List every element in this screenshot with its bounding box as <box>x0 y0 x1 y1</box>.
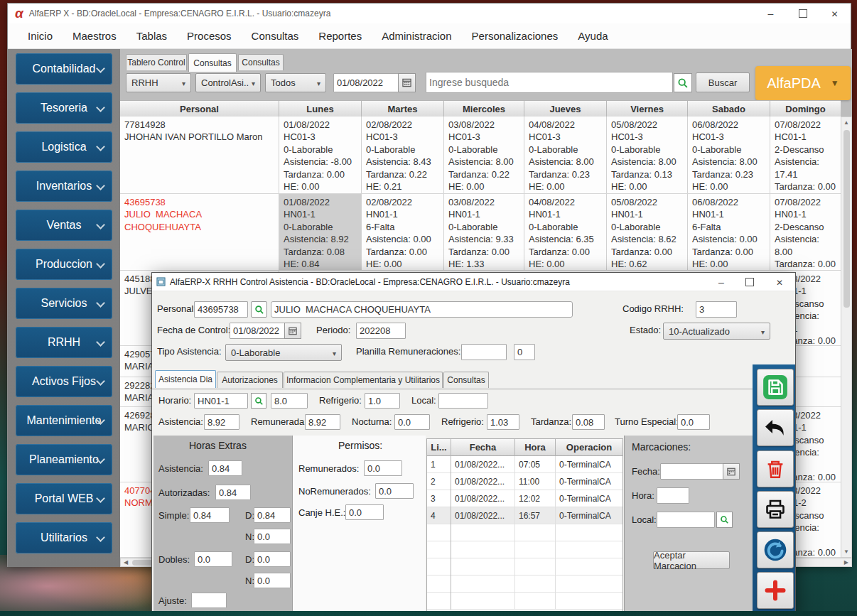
grid-cell[interactable]: 3 <box>427 490 451 507</box>
periodo-input[interactable] <box>356 323 406 339</box>
planilla-input[interactable] <box>461 344 507 360</box>
vertical-scrollbar[interactable]: ▲ ▼ <box>841 117 852 558</box>
table-cell-day[interactable]: 07/08/2022 HC01-1 2-Descanso Asistencia:… <box>770 117 841 193</box>
scroll-left-arrow[interactable]: ◀ <box>124 559 128 566</box>
table-cell-day[interactable]: 01/08/2022 HC01-3 0-Laborable Asistencia… <box>279 117 362 193</box>
grid-row-selected[interactable]: 4 01/08/2022... 16:57 0-TerminalCA <box>427 507 622 524</box>
tab-tablero-control[interactable]: Tablero Control <box>126 54 187 70</box>
marcacion-local-input[interactable] <box>657 512 715 528</box>
table-cell-day[interactable]: 03/08/2022 HN01-1 0-Laborable Asistencia… <box>444 194 524 270</box>
table-cell-day[interactable]: 06/08/2022 HC01-3 0-Laborable Asistencia… <box>688 117 770 193</box>
table-cell-day[interactable]: 05/08/2022 HN01-1 0-Laborable Asistencia… <box>607 194 688 270</box>
scrollbar-thumb[interactable] <box>843 130 850 308</box>
he-n1-input[interactable] <box>254 529 291 544</box>
marcacion-hora-input[interactable] <box>657 487 689 504</box>
he-n2-input[interactable] <box>254 573 291 588</box>
turno-especial-input[interactable] <box>677 414 710 430</box>
aceptar-marcacion-button[interactable]: Aceptar Marcacion <box>653 551 730 569</box>
grid-row-empty[interactable] <box>427 524 622 541</box>
grid-cell[interactable]: 01/08/2022... <box>451 473 515 490</box>
menu-item-maestros[interactable]: Maestros <box>63 23 126 49</box>
table-cell-day[interactable]: 02/08/2022 HN01-1 6-Falta Asistencia: 0.… <box>362 194 444 270</box>
sidebar-item-contabilidad[interactable]: Contabilidad <box>16 53 112 85</box>
table-cell-personal[interactable]: 77814928 JHOHAN IVAN PORTILLO Maron <box>120 117 279 193</box>
tab-consultas[interactable]: Consultas <box>443 372 489 388</box>
grid-cell[interactable]: 0-TerminalCA <box>556 456 622 473</box>
date-picker-button[interactable] <box>398 73 416 92</box>
fecha-control-input[interactable] <box>230 323 285 339</box>
sidebar-item-utilitarios[interactable]: Utilitarios <box>16 522 112 553</box>
table-cell-day[interactable]: 04/08/2022 HN01-1 0-Laborable Asistencia… <box>524 194 607 270</box>
scroll-right-arrow[interactable]: ▶ <box>844 559 848 566</box>
close-button[interactable] <box>819 4 851 23</box>
marcacion-fecha-input[interactable] <box>660 463 723 480</box>
he-dobles-input[interactable] <box>194 551 232 567</box>
tab-consultas-1[interactable]: Consultas <box>188 53 237 72</box>
table-cell-personal[interactable]: 43695738 JULIO MACHACA CHOQUEHUAYTA <box>120 194 279 270</box>
planilla-zero-input[interactable] <box>514 344 535 360</box>
view-dropdown[interactable]: ControlAsi.. <box>195 73 261 92</box>
menu-item-consultas[interactable]: Consultas <box>242 23 309 49</box>
sidebar-item-servicios[interactable]: Servicios <box>16 288 112 319</box>
personal-code-input[interactable] <box>194 301 248 318</box>
module-dropdown[interactable]: RRHH <box>126 73 191 92</box>
delete-button[interactable] <box>757 450 794 487</box>
grid-cell[interactable]: 0-TerminalCA <box>556 507 622 524</box>
sidebar-item-produccion[interactable]: Produccion <box>16 249 112 280</box>
sidebar-item-mantenimiento[interactable]: Mantenimiento <box>16 405 112 436</box>
estado-dropdown[interactable]: 10-Actualizado <box>663 323 770 340</box>
horario-input[interactable] <box>194 393 248 409</box>
scroll-down-arrow[interactable]: ▼ <box>841 549 851 555</box>
alfapda-button[interactable]: AlfaPDA ▼ <box>755 66 851 100</box>
grid-row[interactable]: 3 01/08/2022... 12:02 0-TerminalCA <box>427 490 622 507</box>
grid-row-empty[interactable] <box>427 541 622 558</box>
grid-cell[interactable]: 07:05 <box>515 456 556 473</box>
search-input[interactable] <box>426 72 673 93</box>
sidebar-item-activos-fijos[interactable]: Activos Fijos <box>16 366 112 397</box>
undo-button[interactable] <box>757 409 794 446</box>
search-button[interactable] <box>674 73 692 92</box>
sidebar-item-planeamiento[interactable]: Planeamiento <box>16 444 112 475</box>
grid-row[interactable]: 1 01/08/2022... 07:05 0-TerminalCA <box>427 456 622 473</box>
grid-cell[interactable]: 16:57 <box>515 507 556 524</box>
menu-item-inicio[interactable]: Inicio <box>18 23 63 49</box>
personal-search-button[interactable] <box>251 301 267 318</box>
grid-cell[interactable]: 01/08/2022... <box>451 507 515 524</box>
grid-cell[interactable]: 2 <box>427 473 451 490</box>
grid-cell[interactable]: 11:00 <box>515 473 556 490</box>
menu-item-reportes[interactable]: Reportes <box>308 23 372 49</box>
he-autorizadas-input[interactable] <box>215 485 251 500</box>
horario-search-button[interactable] <box>251 393 266 409</box>
table-cell-day[interactable]: 06/08/2022 HN01-1 6-Falta Asistencia: 0.… <box>688 194 770 270</box>
grid-cell[interactable]: 0-TerminalCA <box>556 490 622 507</box>
save-button[interactable] <box>757 369 794 406</box>
grid-cell[interactable]: 0-TerminalCA <box>556 473 622 490</box>
dialog-maximize-button[interactable] <box>735 273 764 291</box>
grid-row-empty[interactable] <box>427 576 622 593</box>
tab-asistencia-dia[interactable]: Asistencia Dia <box>155 370 216 388</box>
grid-cell[interactable]: 1 <box>427 456 451 473</box>
he-simple-input[interactable] <box>190 507 230 523</box>
he-asistencia-input[interactable] <box>208 460 242 476</box>
dialog-close-button[interactable] <box>764 273 795 291</box>
nocturna-input[interactable] <box>394 414 430 430</box>
date-filter-input[interactable] <box>333 73 399 92</box>
print-button[interactable] <box>757 491 794 528</box>
grid-row[interactable]: 2 01/08/2022... 11:00 0-TerminalCA <box>427 473 622 490</box>
grid-cell[interactable]: 4 <box>427 507 451 524</box>
sidebar-item-portal-web[interactable]: Portal WEB <box>16 483 112 514</box>
maximize-button[interactable] <box>787 4 819 23</box>
asistencia-input[interactable] <box>204 414 239 430</box>
marcacion-fecha-picker-button[interactable] <box>723 463 740 480</box>
sidebar-item-rrhh[interactable]: RRHH <box>16 327 112 358</box>
sidebar-item-tesoreria[interactable]: Tesoreria <box>16 92 112 124</box>
buscar-button[interactable]: Buscar <box>696 72 750 92</box>
tab-consultas-2[interactable]: Consultas <box>238 54 284 70</box>
tab-informacion-complementaria[interactable]: Informacion Complementaria y Utilitarios <box>284 372 443 388</box>
personal-name-input[interactable] <box>271 301 573 318</box>
scope-dropdown[interactable]: Todos <box>265 73 326 92</box>
refrigerio2-input[interactable] <box>487 414 519 430</box>
table-cell-day[interactable]: 05/08/2022 HC01-3 0-Laborable Asistencia… <box>607 117 688 193</box>
sidebar-item-ventas[interactable]: Ventas <box>16 210 112 241</box>
table-cell-day[interactable]: 03/08/2022 HC01-3 0-Laborable Asistencia… <box>444 117 524 193</box>
